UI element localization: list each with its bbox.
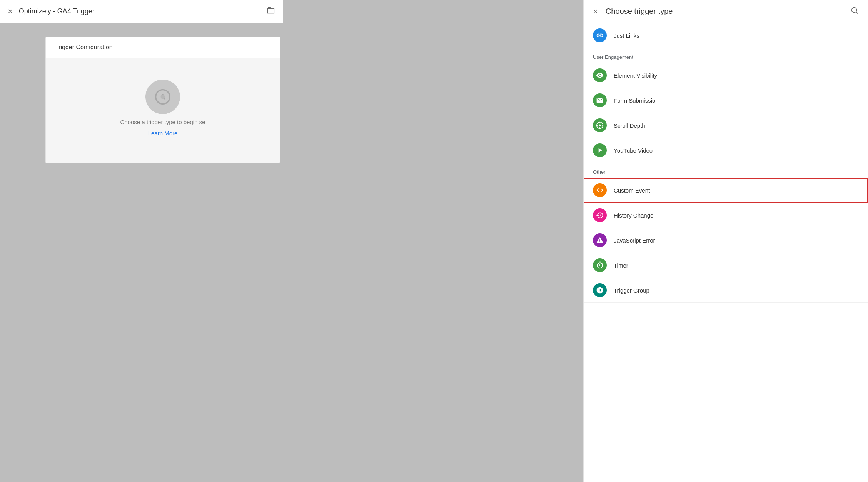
app-title: Optimizely - GA4 Trigger — [19, 7, 260, 15]
youtube-video-icon — [593, 143, 607, 157]
section-label-other: Other — [584, 163, 868, 178]
trigger-item-just-links[interactable]: Just Links — [584, 23, 868, 48]
javascript-error-icon — [593, 233, 607, 247]
custom-event-icon — [593, 183, 607, 197]
trigger-item-javascript-error[interactable]: JavaScript Error — [584, 228, 868, 253]
form-submission-label: Form Submission — [614, 97, 659, 104]
element-visibility-label: Element Visibility — [614, 72, 657, 79]
trigger-group-icon — [593, 283, 607, 297]
svg-point-5 — [599, 125, 601, 126]
trigger-item-form-submission[interactable]: Form Submission — [584, 88, 868, 113]
trigger-config-icon — [145, 80, 180, 114]
trigger-item-history-change[interactable]: History Change — [584, 203, 868, 228]
trigger-group-label: Trigger Group — [614, 287, 649, 294]
learn-more-link[interactable]: Learn More — [148, 130, 178, 136]
scroll-depth-icon — [593, 118, 607, 132]
scroll-depth-label: Scroll Depth — [614, 122, 645, 129]
timer-label: Timer — [614, 262, 628, 269]
right-panel-close-button[interactable]: × — [593, 7, 598, 17]
folder-icon[interactable] — [267, 6, 275, 17]
trigger-config-card: Trigger Configuration Choose a trigger t… — [45, 37, 280, 163]
section-label-user-engagement: User Engagement — [584, 48, 868, 63]
trigger-item-custom-event[interactable]: Custom Event — [584, 178, 868, 203]
just-links-icon — [593, 28, 607, 42]
right-panel-title: Choose trigger type — [606, 7, 850, 16]
top-bar: × Optimizely - GA4 Trigger — [0, 0, 283, 23]
svg-line-3 — [856, 12, 858, 14]
custom-event-label: Custom Event — [614, 187, 650, 194]
history-change-icon — [593, 208, 607, 222]
trigger-config-header: Trigger Configuration — [46, 37, 280, 58]
trigger-item-timer[interactable]: Timer — [584, 253, 868, 278]
app-close-button[interactable]: × — [8, 7, 13, 16]
trigger-item-element-visibility[interactable]: Element Visibility — [584, 63, 868, 88]
youtube-video-label: YouTube Video — [614, 147, 653, 154]
trigger-item-trigger-group[interactable]: Trigger Group — [584, 278, 868, 303]
svg-point-2 — [852, 7, 857, 12]
javascript-error-label: JavaScript Error — [614, 237, 655, 244]
trigger-config-body: Choose a trigger type to begin se Learn … — [46, 58, 280, 158]
element-visibility-icon — [593, 68, 607, 82]
form-submission-icon — [593, 93, 607, 107]
right-panel-header: × Choose trigger type — [584, 0, 868, 23]
right-panel: × Choose trigger type Just Links User En… — [583, 0, 868, 482]
trigger-item-youtube-video[interactable]: YouTube Video — [584, 138, 868, 163]
just-links-label: Just Links — [614, 32, 639, 39]
trigger-item-scroll-depth[interactable]: Scroll Depth — [584, 113, 868, 138]
history-change-label: History Change — [614, 212, 653, 219]
search-button[interactable] — [850, 6, 859, 17]
timer-icon — [593, 258, 607, 272]
right-panel-content[interactable]: Just Links User Engagement Element Visib… — [584, 23, 868, 482]
trigger-config-text: Choose a trigger type to begin se — [120, 119, 205, 125]
svg-point-1 — [161, 95, 165, 99]
